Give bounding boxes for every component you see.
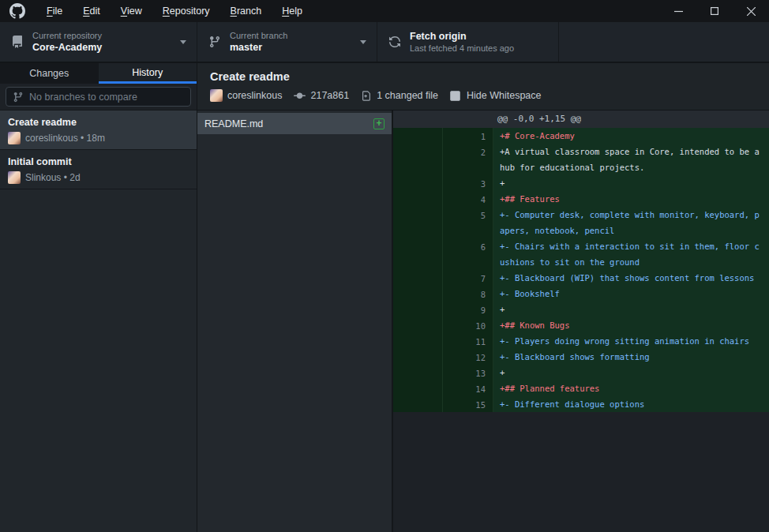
diff-old-gutter: [393, 286, 442, 302]
diff-line-number: 10: [442, 317, 493, 333]
minimize-button[interactable]: [660, 0, 696, 22]
diff-line-row[interactable]: 11 +- Players doing wrong sitting animat…: [393, 333, 769, 349]
fetch-origin-title: Fetch origin: [410, 30, 514, 43]
close-button[interactable]: [733, 0, 769, 22]
diff-line-number: 11: [442, 333, 493, 349]
diff-old-gutter: [393, 270, 442, 286]
toolbar: Current repository Core-Academy Current …: [0, 22, 769, 63]
diff-line-row[interactable]: 8 +- Bookshelf: [393, 286, 769, 302]
menu-item[interactable]: Repository: [152, 0, 220, 22]
diff-old-gutter: [393, 144, 442, 175]
diff-old-gutter: [393, 302, 442, 317]
github-logo-icon: [9, 3, 25, 19]
diff-line-content: +- Bookshelf: [493, 286, 769, 302]
diff-line-content: +: [493, 302, 769, 317]
diff-old-gutter: [393, 191, 442, 207]
diff-hunk-header: @@ -0,0 +1,15 @@: [393, 111, 769, 128]
sync-icon: [388, 36, 401, 48]
commit-summary-title: Create readme: [210, 70, 769, 83]
tab-changes[interactable]: Changes: [0, 63, 99, 84]
chevron-down-icon: [360, 40, 366, 44]
changed-files-panel: README.md +: [197, 111, 393, 532]
diff-old-gutter: [393, 333, 442, 349]
current-repository-label: Current repository: [32, 30, 102, 41]
menu-item[interactable]: View: [111, 0, 152, 22]
diff-line-number: 14: [442, 380, 493, 396]
file-row-readme[interactable]: README.md +: [197, 113, 392, 134]
diff-old-gutter: [393, 238, 442, 270]
diff-line-row[interactable]: 4 +## Features: [393, 191, 769, 207]
window-controls: [660, 0, 769, 22]
branch-icon: [208, 36, 221, 48]
diff-line-content: +- Chairs with a interaction to sit in t…: [493, 238, 769, 270]
menu-item[interactable]: File: [36, 0, 73, 22]
diff-line-content: +- Blackboard (WIP) that shows content f…: [493, 270, 769, 286]
repo-icon: [11, 36, 24, 48]
menu-item[interactable]: Help: [272, 0, 313, 22]
diff-line-content: +## Planned features: [493, 380, 769, 396]
current-branch-label: Current branch: [230, 30, 287, 41]
menu-bar: File Edit View Repository Branch Help: [0, 0, 769, 22]
diff-line-number: 8: [442, 286, 493, 302]
maximize-button[interactable]: [696, 0, 733, 22]
commit-icon: [294, 90, 306, 102]
diff-line-number: 6: [442, 238, 493, 270]
commit-meta: Slinkous • 2d: [25, 172, 81, 183]
diff-old-gutter: [393, 349, 442, 365]
branch-compare-placeholder: No branches to compare: [29, 92, 137, 103]
hide-whitespace-control[interactable]: Hide Whitespace: [450, 90, 542, 101]
diff-line-content: +# Core-Academy: [493, 128, 769, 144]
diff-line-row[interactable]: 7 +- Blackboard (WIP) that shows content…: [393, 270, 769, 286]
diff-line-row[interactable]: 6 +- Chairs with a interaction to sit in…: [393, 238, 769, 270]
current-repository-button[interactable]: Current repository Core-Academy: [0, 22, 197, 62]
commit-detail-header: Create readme coreslinkous 217a861 1 cha…: [197, 63, 769, 111]
avatar: [8, 171, 21, 184]
commit-list-item-initial-commit[interactable]: Initial commit Slinkous • 2d: [0, 150, 197, 189]
diff-line-row[interactable]: 10 +## Known Bugs: [393, 317, 769, 333]
diff-line-row[interactable]: 12 +- Blackboard shows formatting: [393, 349, 769, 365]
commit-sha[interactable]: 217a861: [310, 90, 349, 101]
diff-line-number: 12: [442, 349, 493, 365]
diff-line-row[interactable]: 1 +# Core-Academy: [393, 128, 769, 144]
diff-line-content: +- Different dialogue options: [493, 396, 769, 412]
diff-line-number: 2: [442, 144, 493, 175]
diff-line-content: +- Blackboard shows formatting: [493, 349, 769, 365]
diff-line-number: 7: [442, 270, 493, 286]
menu-item[interactable]: Edit: [73, 0, 111, 22]
diff-line-row[interactable]: 9 +: [393, 302, 769, 317]
changed-files-count: 1 changed file: [377, 90, 438, 101]
fetch-origin-button[interactable]: Fetch origin Last fetched 4 minutes ago: [377, 22, 559, 62]
file-added-icon: +: [373, 118, 384, 129]
hide-whitespace-label: Hide Whitespace: [467, 90, 542, 101]
commit-author: coreslinkous: [227, 90, 282, 101]
avatar: [210, 89, 223, 102]
diff-line-number: 4: [442, 191, 493, 207]
sidebar-tabs: Changes History: [0, 63, 197, 84]
tab-history[interactable]: History: [99, 63, 197, 84]
menu-item[interactable]: Branch: [220, 0, 272, 22]
diff-line-row[interactable]: 5 +- Computer desk, complete with monito…: [393, 207, 769, 238]
branch-compare-input[interactable]: No branches to compare: [6, 87, 191, 107]
chevron-down-icon: [180, 40, 186, 44]
history-sidebar: Changes History No branches to compare C…: [0, 63, 197, 532]
diff-old-gutter: [393, 380, 442, 396]
diff-line-row[interactable]: 14 +## Planned features: [393, 380, 769, 396]
hide-whitespace-checkbox[interactable]: [450, 91, 460, 101]
current-branch-button[interactable]: Current branch master: [197, 22, 377, 62]
changed-file-icon: [361, 90, 372, 102]
file-name: README.md: [204, 118, 373, 129]
diff-line-row[interactable]: 3 +: [393, 175, 769, 191]
diff-line-number: 13: [442, 365, 493, 380]
diff-line-row[interactable]: 2 +A virtual classroom space in Core, in…: [393, 144, 769, 175]
diff-line-content: +## Features: [493, 191, 769, 207]
diff-panel: @@ -0,0 +1,15 @@ 1 +# Core-Academy 2 +A …: [393, 111, 769, 532]
branch-icon: [13, 92, 24, 103]
commit-list-item-create-readme[interactable]: Create readme coreslinkous • 18m: [0, 111, 197, 150]
diff-line-number: 3: [442, 175, 493, 191]
diff-line-row[interactable]: 13 +: [393, 365, 769, 380]
diff-line-content: +## Known Bugs: [493, 317, 769, 333]
diff-line-row[interactable]: 15 +- Different dialogue options: [393, 396, 769, 412]
diff-line-content: +- Players doing wrong sitting animation…: [493, 333, 769, 349]
diff-line-content: +- Computer desk, complete with monitor,…: [493, 207, 769, 238]
diff-old-gutter: [393, 128, 442, 144]
